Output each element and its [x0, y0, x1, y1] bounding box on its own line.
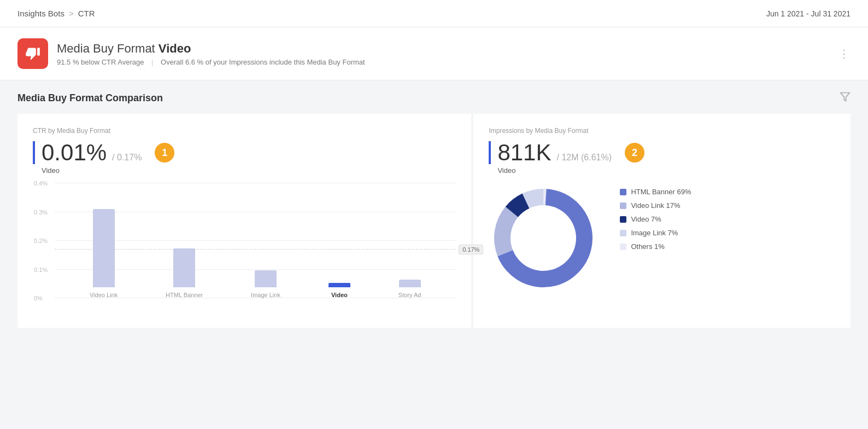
bar-label-image-link: Image Link [251, 292, 280, 298]
bar-group-image-link: Image Link [251, 270, 280, 298]
bar-video-link [93, 209, 115, 287]
bar-image-link [255, 270, 277, 287]
svg-marker-0 [841, 93, 850, 101]
bar-label-video-link: Video Link [90, 292, 118, 298]
donut-svg [489, 183, 598, 293]
ctr-metric-value: 0.01% [33, 141, 107, 164]
breadcrumb: Insights Bots > CTR [17, 9, 95, 18]
impressions-metric-label: Video [489, 166, 835, 175]
breadcrumb-separator: > [69, 9, 74, 18]
ctr-badge: 1 [155, 143, 174, 163]
legend-item: Video Link 17% [620, 201, 691, 210]
impressions-metric-row: 811K / 12M (6.61%) 2 [489, 141, 835, 164]
legend-label: Others 1% [631, 242, 664, 251]
legend-item: Others 1% [620, 242, 691, 251]
ctr-metric-main: 0.01% / 0.17% [33, 141, 142, 164]
top-bar: Insights Bots > CTR Jun 1 2021 - Jul 31 … [0, 0, 868, 27]
filter-icon[interactable] [840, 91, 851, 105]
legend-item: Video 7% [620, 215, 691, 223]
legend-dot [620, 189, 626, 195]
ctr-chart-label: CTR by Media Buy Format [33, 127, 456, 135]
legend-dot [620, 202, 626, 209]
legend-label: Video 7% [631, 215, 661, 223]
main-section: Media Buy Format Comparison CTR by Media… [0, 80, 868, 328]
right-panel-content: HTML Banner 69%Video Link 17%Video 7%Ima… [489, 183, 835, 293]
legend-item: Image Link 7% [620, 229, 691, 237]
legend-dot [620, 230, 626, 236]
impressions-metric-main: 811K / 12M (6.61%) [489, 141, 612, 164]
legend-label: Video Link 17% [631, 201, 680, 210]
legend-label: Image Link 7% [631, 229, 678, 237]
bar-label-html-banner: HTML Banner [166, 292, 203, 298]
bars-container: Video LinkHTML BannerImage LinkVideoStor… [55, 183, 456, 298]
dashed-label: 0.17% [459, 245, 483, 254]
legend-dot [620, 216, 626, 223]
bar-label-story-ad: Story Ad [398, 292, 421, 298]
legend-item: HTML Banner 69% [620, 188, 691, 196]
legend-label: HTML Banner 69% [631, 188, 691, 196]
impressions-metric-secondary: / 12M (6.61%) [557, 153, 612, 163]
charts-row: CTR by Media Buy Format 0.01% / 0.17% 1 … [17, 114, 851, 328]
date-range: Jun 1 2021 - Jul 31 2021 [766, 9, 851, 18]
bar-story-ad [399, 280, 421, 287]
impressions-metric-value: 811K [489, 141, 551, 164]
ctr-bar-chart: 0% 0.1% 0.2% 0.3% 0.4% [33, 183, 456, 315]
legend: HTML Banner 69%Video Link 17%Video 7%Ima… [620, 188, 691, 293]
breadcrumb-parent[interactable]: Insights Bots [17, 9, 64, 18]
bar-label-video: Video [331, 292, 348, 298]
section-header: Media Buy Format Comparison [17, 91, 851, 105]
thumbs-down-icon [25, 46, 40, 61]
impressions-panel: Impressions by Media Buy Format 811K / 1… [473, 114, 851, 328]
impressions-chart-label: Impressions by Media Buy Format [489, 127, 835, 135]
bar-group-html-banner: HTML Banner [166, 248, 203, 298]
section-title: Media Buy Format Comparison [17, 92, 163, 104]
media-buy-icon-box [17, 38, 48, 69]
bar-group-video-link: Video Link [90, 209, 118, 298]
ctr-metric-row: 0.01% / 0.17% 1 [33, 141, 456, 164]
impressions-badge: 2 [625, 143, 644, 163]
header-stats: 91.5 % below CTR Average | Overall 6.6 %… [57, 58, 365, 66]
header-text: Media Buy Format Video 91.5 % below CTR … [57, 42, 365, 66]
ctr-panel: CTR by Media Buy Format 0.01% / 0.17% 1 … [17, 114, 472, 328]
header-card: Media Buy Format Video 91.5 % below CTR … [0, 27, 868, 80]
legend-dot [620, 244, 626, 250]
header-card-left: Media Buy Format Video 91.5 % below CTR … [17, 38, 365, 69]
bar-video [329, 283, 350, 288]
more-options-icon[interactable]: ⋮ [838, 47, 851, 60]
donut-chart [489, 183, 598, 293]
bar-group-story-ad: Story Ad [398, 280, 421, 298]
bar-group-video: Video [329, 283, 350, 299]
ctr-metric-label: Video [33, 166, 456, 175]
bar-html-banner [173, 248, 195, 287]
ctr-metric-secondary: / 0.17% [112, 153, 142, 163]
breadcrumb-current: CTR [78, 9, 95, 18]
header-title: Media Buy Format Video [57, 42, 365, 56]
